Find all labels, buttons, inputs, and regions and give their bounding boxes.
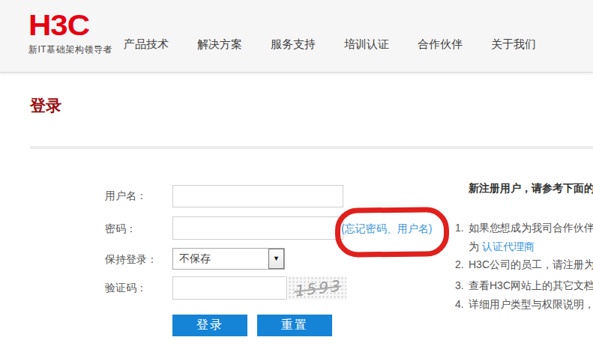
password-label: 密码：	[105, 222, 136, 236]
keep-login-label: 保持登录：	[105, 253, 157, 267]
nav-item-products[interactable]: 产品技术	[124, 37, 169, 52]
nav-item-training[interactable]: 培训认证	[344, 37, 389, 52]
help-column: 新注册用户，请参考下面的 1.如果您想成为我司合作伙伴， 为 认证代理商 2.H…	[455, 0, 593, 364]
help-item-3-number: 3.	[455, 279, 469, 291]
brand-tagline: 新IT基础架构领导者	[28, 43, 126, 56]
captcha-input[interactable]	[172, 276, 287, 300]
keep-login-select[interactable]: 不保存 ▼	[172, 248, 285, 270]
h3c-login-page: H3C 新IT基础架构领导者 产品技术 解决方案 服务支持 培训认证 合作伙伴 …	[0, 0, 593, 364]
help-item-1-text: 如果您想成为我司合作伙伴，	[469, 222, 593, 234]
brand-logo[interactable]: H3C 新IT基础架构领导者	[28, 12, 126, 56]
login-button[interactable]: 登录	[172, 315, 247, 336]
username-input[interactable]	[172, 185, 343, 207]
help-item-2-text: H3C公司的员工，请注册为	[469, 258, 593, 270]
help-item-1-number: 1.	[455, 222, 469, 234]
dropdown-arrow-button[interactable]: ▼	[268, 249, 284, 269]
help-item-1: 1.如果您想成为我司合作伙伴，	[455, 222, 593, 235]
h3c-logo[interactable]: H3C	[28, 12, 126, 40]
help-item-4-number: 4.	[455, 298, 469, 310]
help-item-3: 3.查看H3C网站上的其它文档，	[455, 279, 593, 293]
certified-agent-link[interactable]: 认证代理商	[482, 240, 535, 252]
help-heading: 新注册用户，请参考下面的	[469, 182, 593, 195]
page-title: 登录	[30, 95, 61, 116]
captcha-code-text: 1593	[292, 276, 341, 300]
keep-login-selected-value: 不保存	[173, 252, 268, 266]
chevron-down-icon: ▼	[273, 255, 280, 262]
nav-item-support[interactable]: 服务支持	[271, 37, 316, 52]
help-item-4: 4.详细用户类型与权限说明，请	[455, 298, 593, 312]
nav-item-solutions[interactable]: 解决方案	[197, 37, 242, 52]
captcha-label: 验证码：	[105, 282, 147, 295]
help-item-1-line2: 为 认证代理商	[469, 240, 535, 254]
captcha-image[interactable]: 1593	[288, 276, 346, 300]
help-item-4-text: 详细用户类型与权限说明，请	[469, 298, 593, 310]
help-item-3-text: 查看H3C网站上的其它文档，	[469, 279, 593, 291]
password-input[interactable]	[172, 216, 343, 240]
help-item-1-line2-prefix: 为	[469, 240, 482, 252]
help-item-2-number: 2.	[455, 258, 469, 270]
forgot-password-link[interactable]: (忘记密码、用户名)	[341, 222, 432, 236]
reset-button[interactable]: 重置	[257, 315, 332, 336]
help-item-2: 2.H3C公司的员工，请注册为 H	[455, 258, 593, 272]
username-label: 用户名：	[105, 189, 147, 203]
